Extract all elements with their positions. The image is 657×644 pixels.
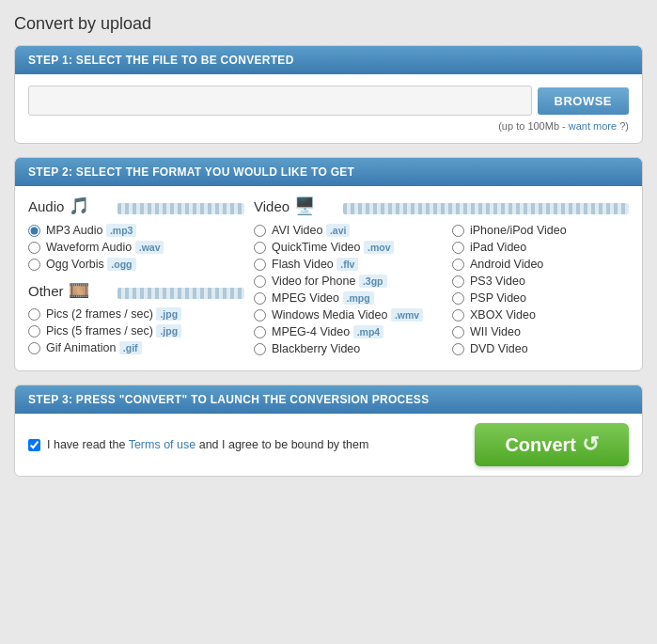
tag-jpg2: .jpg [156,307,181,321]
format-wii-label[interactable]: WII Video [470,325,521,338]
format-android: Android Video [452,256,629,273]
format-iphone: iPhone/iPod Video [452,222,629,239]
radio-flv[interactable] [254,259,266,271]
format-avi-label[interactable]: AVI Video .avi [272,224,350,237]
other-icon: 🎞️ [69,280,89,301]
tag-jpg5: .jpg [156,324,181,338]
tag-mpg: .mpg [343,291,374,305]
terms-row: I have read the Terms of use and I agree… [28,438,368,451]
format-wav-label[interactable]: Waveform Audio .wav [46,241,164,254]
format-wav: Waveform Audio .wav [28,239,244,256]
radio-wav[interactable] [28,242,40,254]
tag-avi: .avi [326,224,351,237]
format-wmv-label[interactable]: Windows Media Video .wmv [272,308,423,322]
page-title: Convert by upload [14,14,643,34]
format-wmv: Windows Media Video .wmv [254,306,446,323]
format-ipad-label[interactable]: iPad Video [470,241,526,254]
radio-psp[interactable] [452,292,464,305]
radio-xbox[interactable] [452,309,464,322]
step3-section: STEP 3: PRESS "CONVERT" TO LAUNCH THE CO… [14,385,643,477]
radio-android[interactable] [452,259,464,271]
step2-header: STEP 2: SELECT THE FORMAT YOU WOULD LIKE… [15,158,642,186]
step1-section: STEP 1: SELECT THE FILE TO BE CONVERTED … [14,45,643,144]
want-more-link[interactable]: want more [569,120,617,132]
browse-button[interactable]: BROWSE [538,87,630,115]
format-dvd-label[interactable]: DVD Video [470,342,528,355]
format-mp4-label[interactable]: MPEG-4 Video .mp4 [272,325,383,338]
tag-mp3: .mp3 [106,224,137,237]
terms-checkbox[interactable] [28,439,40,451]
radio-ipad[interactable] [452,242,464,254]
format-psp-label[interactable]: PSP Video [470,291,526,305]
tag-ogg: .ogg [107,258,135,271]
convert-button[interactable]: Convert ↺ [475,423,629,466]
format-flv: Flash Video .flv [254,256,446,273]
radio-bb[interactable] [254,343,266,355]
format-gif-label[interactable]: Gif Animation .gif [46,341,142,354]
radio-avi[interactable] [254,225,266,237]
format-wii: WII Video [452,323,629,340]
format-bb: Blackberry Video [254,340,446,357]
radio-ogg[interactable] [28,259,40,271]
format-gif: Gif Animation .gif [28,339,244,356]
video-icon: 🖥️ [294,196,315,216]
format-ipad: iPad Video [452,239,629,256]
format-psp: PSP Video [452,290,629,306]
tag-mp4: .mp4 [353,325,384,338]
format-mp3-label[interactable]: MP3 Audio .mp3 [46,224,136,237]
tag-flv: .flv [336,258,358,271]
format-xbox: XBOX Video [452,306,629,323]
radio-3gp[interactable] [254,275,266,288]
radio-wii[interactable] [452,326,464,338]
format-xbox-label[interactable]: XBOX Video [470,308,536,322]
format-mp3: MP3 Audio .mp3 [28,222,244,239]
radio-gif[interactable] [28,342,40,354]
tag-mov: .mov [364,241,395,254]
tag-wav: .wav [135,241,164,254]
audio-icon: 🎵 [69,196,89,216]
radio-ps3[interactable] [452,275,464,288]
radio-wmv[interactable] [254,309,266,322]
format-ps3-label[interactable]: PS3 Video [470,275,525,288]
video-divider [343,203,629,214]
audio-label: Audio 🎵 [28,196,113,216]
format-mov-label[interactable]: QuickTime Video .mov [272,241,394,254]
format-dvd: DVD Video [452,340,629,357]
format-jpg5-label[interactable]: Pics (5 frames / sec) .jpg [46,324,181,338]
terms-link[interactable]: Terms of use [129,438,196,451]
format-3gp: Video for Phone .3gp [254,273,446,290]
other-divider [117,288,244,299]
format-mp4: MPEG-4 Video .mp4 [254,323,446,340]
format-mpg-label[interactable]: MPEG Video .mpg [272,291,374,305]
file-input[interactable] [28,86,532,116]
format-jpg5: Pics (5 frames / sec) .jpg [28,322,244,339]
radio-iphone[interactable] [452,225,464,237]
radio-dvd[interactable] [452,343,464,355]
convert-arrow-icon: ↺ [582,432,599,457]
format-3gp-label[interactable]: Video for Phone .3gp [272,275,387,288]
radio-jpg5[interactable] [28,325,40,338]
tag-3gp: .3gp [359,275,387,288]
format-jpg2: Pics (2 frames / sec) .jpg [28,306,244,322]
format-iphone-label[interactable]: iPhone/iPod Video [470,224,567,237]
format-jpg2-label[interactable]: Pics (2 frames / sec) .jpg [46,307,181,321]
format-flv-label[interactable]: Flash Video .flv [272,258,358,271]
file-size-note: (up to 100Mb - want more ?) [28,120,629,132]
video-left-column: AVI Video .avi QuickTime Video .mov Flas… [244,222,446,357]
other-section: Other 🎞️ Pics (2 frames / sec) .jpg Pics… [28,280,244,356]
radio-mp3[interactable] [28,225,40,237]
audio-divider [117,203,244,214]
terms-label[interactable]: I have read the Terms of use and I agree… [47,438,368,451]
step2-section: STEP 2: SELECT THE FORMAT YOU WOULD LIKE… [14,157,643,371]
format-bb-label[interactable]: Blackberry Video [272,342,360,355]
tag-gif: .gif [119,341,142,354]
radio-jpg2[interactable] [28,308,40,321]
radio-mp4[interactable] [254,326,266,338]
format-avi: AVI Video .avi [254,222,446,239]
radio-mov[interactable] [254,242,266,254]
radio-mpg[interactable] [254,292,266,305]
format-ogg-label[interactable]: Ogg Vorbis .ogg [46,258,136,271]
step3-header: STEP 3: PRESS "CONVERT" TO LAUNCH THE CO… [15,385,642,414]
step1-header: STEP 1: SELECT THE FILE TO BE CONVERTED [15,46,642,74]
format-android-label[interactable]: Android Video [470,258,543,271]
